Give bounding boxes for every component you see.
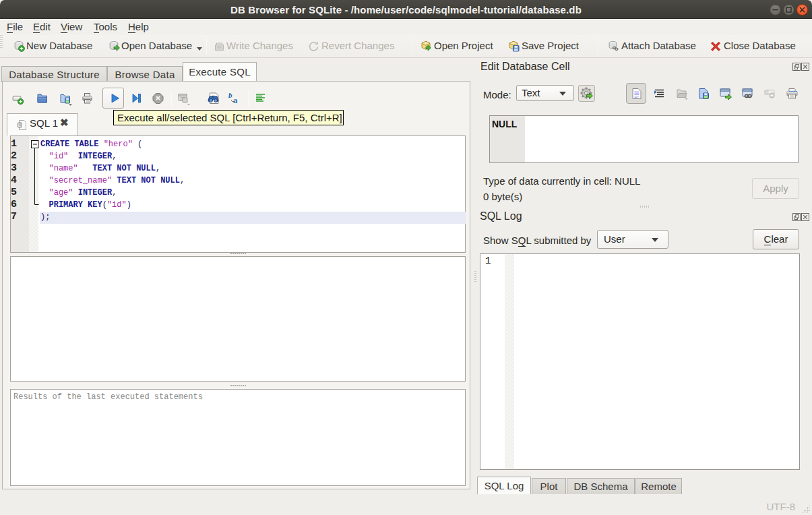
svg-text:a: a [233,95,238,105]
svg-text:b: b [228,92,232,99]
